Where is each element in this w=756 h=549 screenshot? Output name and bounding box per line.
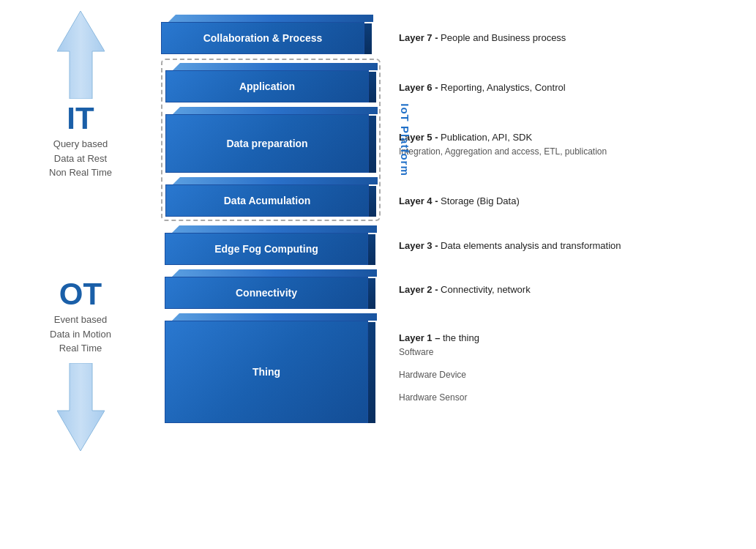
- layer5-desc: Layer 5 - Publication, API, SDK Integrat…: [399, 107, 749, 179]
- block-connectivity: Connectivity: [165, 269, 377, 309]
- layer3-desc: Layer 3 - Data elements analysis and tra…: [399, 221, 749, 266]
- layer2-title: Layer 2 - Connectivity, network: [399, 283, 749, 296]
- block-data-accum: Data Acumulation: [165, 177, 378, 217]
- down-arrow-icon: [57, 363, 105, 451]
- block-edge-fog: Edge Fog Computing: [165, 225, 377, 265]
- layer4-title: Layer 4 - Storage (Big Data): [399, 195, 749, 208]
- svg-marker-0: [57, 11, 105, 99]
- up-arrow-icon: [57, 11, 105, 99]
- data-prep-label: Data preparation: [226, 138, 307, 149]
- right-column: Layer 7 - People and Business process La…: [388, 11, 749, 538]
- ot-section: OT Event basedData in MotionReal Time: [7, 274, 154, 538]
- block-thing: Thing: [165, 313, 377, 423]
- svg-marker-1: [57, 363, 105, 451]
- it-section: IT Query basedData at RestNon Real Time: [7, 11, 154, 274]
- layer7-desc: Layer 7 - People and Business process: [399, 11, 749, 59]
- left-column: IT Query basedData at RestNon Real Time …: [7, 11, 154, 538]
- application-label: Application: [239, 81, 295, 92]
- block-collab: Collaboration & Process: [161, 15, 381, 54]
- layer5-sub: Integration, Aggregation and access, ETL…: [399, 146, 749, 158]
- layer1-sub2: Hardware Device: [399, 369, 749, 381]
- it-label: IT: [49, 103, 112, 134]
- data-accum-label: Data Acumulation: [224, 195, 311, 206]
- block-data-prep: Data preparation: [165, 107, 378, 173]
- layer1-title: Layer 1 – the thing: [399, 332, 749, 345]
- layer6-title: Layer 6 - Reporting, Analystics, Control: [399, 81, 749, 94]
- block-application: Application: [165, 63, 378, 102]
- layer5-title: Layer 5 - Publication, API, SDK: [399, 131, 749, 144]
- layer1-desc: Layer 1 – the thing Software Hardware De…: [399, 309, 749, 422]
- iot-platform-label: IoT Platform: [399, 103, 411, 176]
- layer3-title: Layer 3 - Data elements analysis and tra…: [399, 239, 749, 253]
- connectivity-label: Connectivity: [236, 287, 297, 299]
- ot-subtext: Event basedData in MotionReal Time: [50, 313, 111, 356]
- iot-platform-group: IoT Platform Application Data preparatio…: [161, 59, 381, 221]
- it-subtext: Query basedData at RestNon Real Time: [49, 137, 112, 180]
- ot-label: OT: [50, 279, 111, 310]
- layer6-desc: Layer 6 - Reporting, Analystics, Control: [399, 64, 749, 107]
- spacer-1: [399, 59, 749, 64]
- layer1-sub1: Software: [399, 346, 749, 359]
- thing-label: Thing: [252, 366, 280, 378]
- collab-label: Collaboration & Process: [203, 32, 323, 44]
- layer4-desc: Layer 4 - Storage (Big Data): [399, 179, 749, 221]
- middle-column: Collaboration & Process IoT Platform App…: [154, 11, 388, 538]
- layer7-title: Layer 7 - People and Business process: [399, 31, 749, 45]
- edge-fog-label: Edge Fog Computing: [214, 243, 318, 255]
- layer2-desc: Layer 2 - Connectivity, network: [399, 266, 749, 309]
- layer1-sub3: Hardware Sensor: [399, 392, 749, 404]
